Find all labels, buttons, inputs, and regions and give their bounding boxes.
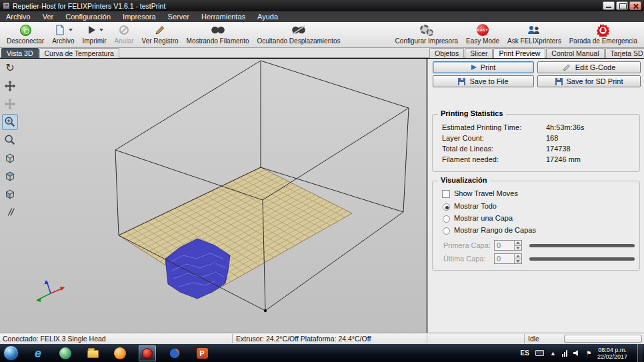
menu-ver[interactable]: Ver	[37, 11, 60, 22]
explorer-task[interactable]	[84, 345, 101, 361]
toolbar: Desconectar Archivo Imprimir	[0, 22, 644, 48]
primera-capa-slider[interactable]	[529, 240, 635, 251]
app-icon	[3, 2, 10, 9]
maximize-button[interactable]	[616, 1, 628, 10]
cube-front-icon	[4, 188, 16, 200]
move-view-button[interactable]	[2, 78, 18, 94]
statusbar: Conectado: FELIX 3 Single Head Extrusor:…	[0, 333, 644, 344]
powerpoint-task[interactable]: P	[193, 345, 211, 361]
toolbar-left-group: Desconectar Archivo Imprimir	[3, 23, 345, 47]
isometric-view-button[interactable]	[2, 150, 18, 166]
viewport-3d[interactable]: ↻	[0, 59, 426, 333]
ultima-capa-spinner[interactable]: 0	[494, 253, 522, 264]
taskbar-items: e P	[29, 345, 211, 361]
disconnect-button[interactable]: Desconectar	[3, 23, 48, 47]
zoom-in-icon	[4, 116, 16, 128]
tab-vista-3d[interactable]: Vista 3D	[1, 48, 39, 58]
radio-mostrar-rango[interactable]	[443, 227, 450, 235]
close-button[interactable]	[629, 1, 641, 10]
menu-configuracion[interactable]: Configuración	[59, 11, 117, 22]
show-travel-moves-label: Show Travel Moves	[454, 189, 518, 197]
radio-mostrar-una-capa[interactable]	[443, 215, 450, 223]
right-tabs: Objetos Slicer Print Preview Control Man…	[429, 48, 644, 58]
radio-mostrar-todo[interactable]	[443, 203, 450, 211]
front-view-button[interactable]	[2, 186, 18, 202]
hide-travel-button[interactable]: Ocultando Desplazamientos	[253, 23, 344, 47]
stat-row: Layer Count: 168	[442, 133, 634, 143]
visualization-title: Visualización	[438, 176, 490, 184]
file-button[interactable]: Archivo	[48, 23, 78, 47]
tab-control-manual[interactable]: Control Manual	[546, 48, 604, 58]
language-indicator[interactable]: ES	[521, 349, 529, 357]
menu-herramientas[interactable]: Herramientas	[195, 11, 251, 22]
spinner-arrows[interactable]	[514, 254, 521, 263]
ultima-capa-slider[interactable]	[529, 253, 635, 264]
menu-ayuda[interactable]: Ayuda	[251, 11, 284, 22]
keyboard-icon[interactable]	[535, 350, 544, 356]
repetier-host-icon	[142, 348, 153, 359]
magnifier-icon	[4, 134, 16, 146]
media-player-icon	[114, 347, 126, 359]
volume-icon[interactable]	[573, 350, 580, 357]
show-travel-moves-checkbox[interactable]	[442, 190, 450, 198]
cube-top-icon	[4, 170, 16, 182]
minimize-button[interactable]	[603, 1, 615, 10]
tab-tarjeta-sd[interactable]: Tarjeta SD	[605, 48, 644, 58]
tab-print-preview[interactable]: Print Preview	[493, 48, 545, 58]
primera-capa-spinner[interactable]: 0	[494, 240, 522, 251]
primera-capa-label: Primera Capa:	[443, 241, 491, 249]
stat-row: Filament needed: 17246 mm	[442, 154, 634, 165]
printer-state: Idle	[528, 335, 539, 343]
zoom-in-button[interactable]	[2, 114, 18, 130]
menu-server[interactable]: Server	[162, 11, 195, 22]
menu-impresora[interactable]: Impresora	[117, 11, 162, 22]
edit-gcode-button[interactable]: Edit G-Code	[537, 61, 641, 73]
progress-bar	[564, 335, 642, 343]
firefox-task[interactable]	[166, 345, 183, 361]
rotate-view-button[interactable]: ↻	[2, 60, 18, 76]
save-for-sd-button[interactable]: Save for SD Print	[537, 75, 641, 87]
parallel-projection-button[interactable]	[2, 204, 18, 220]
print-button[interactable]: Print	[433, 61, 534, 73]
easy-mode-icon: EASY	[477, 24, 489, 36]
emergency-stop-button[interactable]: Parada de Emergencia	[565, 23, 641, 47]
start-button[interactable]	[3, 345, 19, 361]
ask-felixprinters-button[interactable]: Ask FELIXprinters	[503, 23, 565, 47]
spinner-arrows[interactable]	[514, 241, 521, 250]
view-toolbar: ↻	[2, 60, 18, 220]
easy-mode-button[interactable]: EASY Easy Mode	[462, 23, 503, 47]
repetier-host-task[interactable]	[139, 345, 156, 361]
titlebar: Repetier-Host for FELIXPrinters V1.6.1 -…	[0, 0, 644, 11]
window-title: Repetier-Host for FELIXPrinters V1.6.1 -…	[13, 2, 165, 10]
save-to-file-button[interactable]: Save to File	[433, 75, 534, 87]
toolbar-right-group: Configurar Impresora EASY Easy Mode Ask …	[391, 23, 641, 47]
clock[interactable]: 08:04 p.m. 22/02/2017	[597, 347, 627, 360]
show-hidden-icons[interactable]: ▲	[550, 350, 556, 357]
menu-archivo[interactable]: Archivo	[0, 11, 37, 22]
mostrar-rango-label: Mostrar Rango de Capas	[454, 226, 536, 234]
action-center-flag-icon[interactable]: ⚑	[586, 350, 591, 357]
file-icon	[54, 24, 66, 36]
tab-slicer[interactable]: Slicer	[465, 48, 493, 58]
powerpoint-icon: P	[197, 348, 208, 359]
show-desktop-button[interactable]	[637, 344, 643, 362]
tab-objetos[interactable]: Objetos	[429, 48, 464, 58]
internet-explorer-task[interactable]: e	[29, 345, 47, 361]
parallel-lines-icon	[4, 206, 16, 218]
printer-settings-button[interactable]: Configurar Impresora	[391, 23, 462, 47]
top-view-button[interactable]	[2, 168, 18, 184]
stat-row: Total de Lineas: 174738	[442, 143, 634, 154]
show-filament-button[interactable]: Mostrando Filamento	[183, 23, 253, 47]
gear-icon	[420, 24, 433, 36]
temperature-status: Extrusor: 24.2°C/Off Plataforma: 24.4°C/…	[236, 335, 371, 343]
tab-curva-temperatura[interactable]: Curva de Temperatura	[39, 48, 119, 58]
network-icon[interactable]	[562, 350, 567, 357]
printing-statistics-group: Printing Statistics Estimated Printing T…	[432, 114, 640, 172]
show-log-button[interactable]: Ver Registro	[138, 23, 183, 47]
play-icon	[86, 25, 97, 35]
media-player-task[interactable]	[111, 345, 129, 361]
move-object-button	[2, 96, 18, 112]
zoom-fit-button[interactable]	[2, 132, 18, 148]
print-button-toolbar[interactable]: Imprimir	[79, 23, 111, 47]
media-center-task[interactable]	[57, 345, 74, 361]
